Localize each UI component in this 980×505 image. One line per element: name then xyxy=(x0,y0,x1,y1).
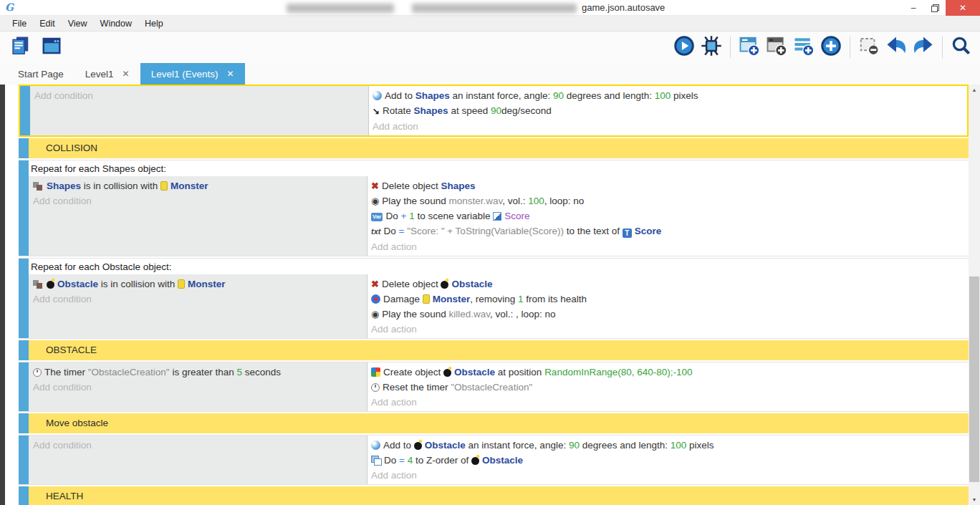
actions-column[interactable]: ✖Delete object ObstacleDamage Monster, r… xyxy=(368,274,969,338)
maximize-button[interactable] xyxy=(924,0,946,16)
search-button[interactable] xyxy=(948,34,974,60)
event-drag-bar[interactable] xyxy=(19,436,29,484)
action-line[interactable]: Damage Monster, removing 1 from its heal… xyxy=(371,292,969,307)
scene-editor-button[interactable] xyxy=(39,34,64,60)
scroll-down-arrow-icon[interactable]: ▼ xyxy=(969,497,980,502)
actions-column[interactable]: Add to Shapes an instant force, angle: 9… xyxy=(369,86,967,135)
tab-level1[interactable]: Level1✕ xyxy=(75,63,140,85)
comment-row[interactable]: Move obstacle xyxy=(19,413,969,433)
add-comment-button[interactable] xyxy=(791,34,817,60)
add-event-button[interactable] xyxy=(736,34,762,60)
event-row[interactable]: Add conditionAdd to Obstacle an instant … xyxy=(19,435,969,485)
tab-bar: Start PageLevel1✕Level1 (Events)✕ xyxy=(0,63,980,85)
event-drag-bar[interactable] xyxy=(19,138,29,158)
debug-button[interactable] xyxy=(698,34,724,60)
action-line[interactable]: txtDo = "Score: " + ToString(Variable(Sc… xyxy=(371,223,969,239)
tab-level1-events[interactable]: Level1 (Events)✕ xyxy=(140,63,245,85)
comment-row[interactable]: HEALTH xyxy=(19,486,969,505)
play-button[interactable] xyxy=(671,34,697,60)
scene-editor-icon xyxy=(41,35,62,59)
event-row[interactable]: Repeat for each Obstacle object:Obstacle… xyxy=(19,258,969,339)
action-line[interactable]: Add to Obstacle an instant force, angle:… xyxy=(371,438,969,453)
event-row[interactable]: The timer "ObstacleCreation" is greater … xyxy=(19,362,969,412)
menu-view[interactable]: View xyxy=(62,19,94,29)
undo-button[interactable] xyxy=(883,34,909,60)
event-drag-bar[interactable] xyxy=(19,340,29,360)
conditions-column[interactable]: Obstacle is in collision with MonsterAdd… xyxy=(29,274,368,338)
action-line[interactable]: Add action xyxy=(373,119,967,134)
action-line[interactable]: Add action xyxy=(371,395,969,410)
events-editor: Add conditionAdd to Shapes an instant fo… xyxy=(0,85,980,505)
add-circle-icon xyxy=(820,35,842,59)
add-circle-button[interactable] xyxy=(818,34,844,60)
redo-button[interactable] xyxy=(911,34,936,60)
scroll-up-arrow-icon[interactable]: ▲ xyxy=(969,87,980,92)
event-drag-bar[interactable] xyxy=(19,486,29,505)
project-manager-button[interactable] xyxy=(7,34,33,60)
action-line[interactable]: ↘Rotate Shapes at speed 90deg/second xyxy=(373,103,967,119)
text-segment: Delete object xyxy=(382,181,441,191)
action-line[interactable]: Create object Obstacle at position Rando… xyxy=(371,365,969,380)
actions-column[interactable]: Create object Obstacle at position Rando… xyxy=(368,362,969,411)
event-body: Add conditionAdd to Obstacle an instant … xyxy=(29,436,969,484)
menu-edit[interactable]: Edit xyxy=(33,19,62,29)
tab-close-icon[interactable]: ✕ xyxy=(226,69,234,79)
app-logo-icon: G xyxy=(5,1,14,13)
project-manager-icon xyxy=(9,35,31,59)
condition-line[interactable]: The timer "ObstacleCreation" is greater … xyxy=(33,365,367,380)
text-segment: Shapes xyxy=(441,181,475,191)
event-row[interactable]: Add conditionAdd to Shapes an instant fo… xyxy=(19,85,969,137)
action-line[interactable]: Add action xyxy=(371,322,969,337)
event-header[interactable]: Repeat for each Obstacle object: xyxy=(29,259,969,274)
event-drag-bar[interactable] xyxy=(19,413,29,433)
action-line[interactable]: Add to Shapes an instant force, angle: 9… xyxy=(373,88,967,103)
text-segment: RandomInRange(80, 640-80);-100 xyxy=(544,367,692,377)
actions-column[interactable]: ✖Delete object Shapes◉Play the sound mon… xyxy=(368,176,969,256)
rotate-icon: ↘ xyxy=(373,104,380,119)
conditions-column[interactable]: The timer "ObstacleCreation" is greater … xyxy=(29,362,368,411)
event-drag-bar[interactable] xyxy=(20,86,30,135)
tab-start-page[interactable]: Start Page xyxy=(7,63,75,85)
tab-close-icon[interactable]: ✕ xyxy=(123,69,130,79)
event-drag-bar[interactable] xyxy=(19,160,29,256)
action-line[interactable]: Add action xyxy=(371,239,969,254)
condition-line[interactable]: Add condition xyxy=(33,438,367,453)
conditions-column[interactable]: Add condition xyxy=(29,436,368,484)
condition-line[interactable]: Add condition xyxy=(33,380,367,395)
minimize-button[interactable]: – xyxy=(903,0,924,16)
comment-row[interactable]: COLLISION xyxy=(19,138,969,158)
comment-row[interactable]: OBSTACLE xyxy=(19,340,969,360)
text-segment: Obstacle xyxy=(425,440,466,451)
menu-window[interactable]: Window xyxy=(94,19,138,29)
menu-file[interactable]: File xyxy=(6,19,33,29)
event-header[interactable]: Repeat for each Shapes object: xyxy=(29,160,969,176)
menu-help[interactable]: Help xyxy=(138,19,170,29)
text-segment: , vol.: , loop: no xyxy=(490,309,556,319)
event-drag-bar[interactable] xyxy=(19,362,29,411)
add-subevent-button[interactable] xyxy=(764,34,789,60)
action-line[interactable]: Do = 4 to Z-order of Obstacle xyxy=(371,453,969,468)
action-line[interactable]: ◉Play the sound killed.wav, vol.: , loop… xyxy=(371,307,969,322)
scrollbar-thumb[interactable] xyxy=(969,276,979,482)
text-segment: Add condition xyxy=(33,294,92,304)
action-line[interactable]: Add action xyxy=(371,468,969,483)
delete-event-button[interactable] xyxy=(856,34,882,60)
condition-line[interactable]: Add condition xyxy=(33,193,367,208)
actions-column[interactable]: Add to Obstacle an instant force, angle:… xyxy=(368,436,969,484)
event-drag-bar[interactable] xyxy=(19,259,29,338)
text-segment: Damage xyxy=(383,294,423,304)
action-line[interactable]: VarDo + 1 to scene variable Score xyxy=(371,208,969,223)
action-line[interactable]: ◉Play the sound monster.wav, vol.: 100, … xyxy=(371,193,969,208)
close-button[interactable]: ✕ xyxy=(946,0,980,16)
condition-line[interactable]: Obstacle is in collision with Monster xyxy=(33,276,367,292)
vertical-scrollbar[interactable]: ▲ ▼ xyxy=(969,85,980,505)
action-line[interactable]: ✖Delete object Shapes xyxy=(371,178,969,193)
condition-line[interactable]: Add condition xyxy=(33,292,367,307)
condition-line[interactable]: Shapes is in collision with Monster xyxy=(33,178,367,193)
action-line[interactable]: ✖Delete object Obstacle xyxy=(371,276,969,292)
action-line[interactable]: Reset the timer "ObstacleCreation" xyxy=(371,380,969,395)
condition-line[interactable]: Add condition xyxy=(34,88,368,103)
event-row[interactable]: Repeat for each Shapes object:Shapes is … xyxy=(19,160,969,256)
conditions-column[interactable]: Shapes is in collision with MonsterAdd c… xyxy=(29,176,368,256)
conditions-column[interactable]: Add condition xyxy=(30,86,369,135)
